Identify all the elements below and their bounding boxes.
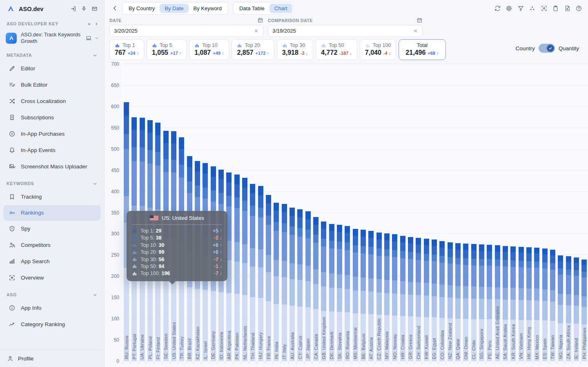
- filter-icon[interactable]: [517, 5, 524, 12]
- stat-card-top-5[interactable]: Top 5 1,055 +17 ↑: [147, 39, 187, 60]
- sidebar-item-screenshot-mass-uploader[interactable]: Screenshot Mass Uploader: [0, 159, 104, 175]
- sidebar-item-subscriptions[interactable]: Subscriptions: [0, 110, 104, 126]
- sidebar-item-spy[interactable]: Spy: [0, 221, 104, 237]
- calendar-icon[interactable]: [257, 17, 263, 23]
- section-header-metadata[interactable]: METADATA: [0, 47, 104, 60]
- bar-no-norway[interactable]: NO: Norway: [391, 64, 399, 361]
- bar-nz-new-zealand[interactable]: NZ: New Zealand: [446, 64, 454, 361]
- export-icon[interactable]: [564, 5, 571, 12]
- tab-data-table[interactable]: Data Table: [234, 4, 270, 13]
- stat-card-top-1[interactable]: Top 1 767 +24 ↑: [109, 39, 144, 60]
- stat-card-top-20[interactable]: Top 20 2,857 +172 ↑: [232, 39, 274, 60]
- bar-kr-south-korea[interactable]: KR: South Korea: [509, 64, 517, 361]
- stat-card-top-30[interactable]: Top 30 3,918 -3 ↓: [277, 39, 313, 60]
- help-icon[interactable]: [575, 5, 582, 12]
- quantity-toggle[interactable]: [539, 44, 555, 53]
- bar-gr-greece[interactable]: GR: Greece: [407, 64, 414, 361]
- stat-card-top-100[interactable]: Top 100 7,040 -4 ↓: [360, 39, 396, 60]
- bar-es-spain[interactable]: ES: Spain: [541, 64, 548, 361]
- bar-kw-kuwait[interactable]: KW: Kuwait: [422, 64, 430, 361]
- bar-ie-ireland[interactable]: IE: Ireland: [572, 64, 580, 361]
- sidebar-item-editor[interactable]: Editor: [0, 60, 104, 77]
- clear-date-icon[interactable]: [254, 28, 259, 34]
- bar-cz-czech-republic[interactable]: CZ: Czech Republic: [375, 64, 383, 361]
- bar-ae-united-arab-emirates[interactable]: AE: United Arab Emirates: [493, 64, 501, 361]
- bar-pk-pakistan[interactable]: PK: Pakistan: [233, 64, 241, 361]
- tab-by-date[interactable]: By Date: [160, 4, 188, 13]
- focus-icon[interactable]: [541, 5, 548, 12]
- bar-th-thailand[interactable]: TH: Thailand: [249, 64, 256, 361]
- bar-hu-hungary[interactable]: HU: Hungary: [257, 64, 265, 361]
- share-icon[interactable]: [529, 5, 536, 12]
- bar-ng-nigeria[interactable]: NG: Nigeria: [557, 64, 564, 361]
- tab-by-keyword[interactable]: By Keyword: [189, 4, 227, 13]
- sidebar-item-app-info[interactable]: App Info: [0, 300, 104, 316]
- bar-sa-saudi-arabia[interactable]: SA: Saudi Arabia: [501, 64, 509, 361]
- bar-ph-philippines[interactable]: PH: Philippines: [580, 64, 588, 361]
- calendar-icon[interactable]: [416, 17, 423, 23]
- settings-icon[interactable]: [506, 5, 512, 12]
- bar-pe-peru[interactable]: PE: Peru: [486, 64, 493, 361]
- sidebar-item-in-app-events[interactable]: In-App Events: [0, 142, 104, 159]
- bar-ca-canada[interactable]: CA: Canada: [312, 64, 320, 361]
- clear-comparison-date-icon[interactable]: [413, 28, 418, 34]
- bar-be-belgium[interactable]: BE: Belgium: [359, 64, 367, 361]
- bar-mx-mexico[interactable]: MX: Mexico: [533, 64, 541, 361]
- bar-sg-singapore[interactable]: SG: Singapore: [478, 64, 486, 361]
- sidebar-item-competitors[interactable]: Competitors: [0, 237, 104, 253]
- section-header-aso[interactable]: ASO: [0, 286, 104, 300]
- stat-card-top-10[interactable]: Top 10 1,087 +49 ↑: [189, 39, 229, 60]
- bar-gb-united-kingdom[interactable]: GB: United Kingdom: [320, 64, 327, 361]
- bar-sk-slovakia[interactable]: SK: Slovakia: [336, 64, 343, 361]
- sidebar-item-app-search[interactable]: App Search: [0, 253, 104, 270]
- bar-in-india[interactable]: IN: India: [272, 64, 280, 361]
- bar-za-south-africa[interactable]: ZA: South Africa: [564, 64, 572, 361]
- bar-au-australia[interactable]: AU: Australia: [288, 64, 296, 361]
- bar-tw-taiwan[interactable]: TW: Taiwan: [549, 64, 557, 361]
- tab-by-country[interactable]: By Country: [124, 4, 160, 13]
- tab-chart[interactable]: Chart: [270, 4, 292, 13]
- bar-qa-qatar[interactable]: QA: Qatar: [454, 64, 462, 361]
- mail-icon[interactable]: [91, 6, 98, 12]
- pin-icon[interactable]: [81, 6, 87, 12]
- bar-at-austria[interactable]: AT: Austria: [367, 64, 375, 361]
- collapse-all-icon[interactable]: »: [88, 21, 91, 26]
- sidebar-item-profile[interactable]: Profile: [0, 349, 104, 367]
- bar-my-malaysia[interactable]: MY: Malaysia: [383, 64, 391, 361]
- bar-jp-japan[interactable]: JP: Japan: [304, 64, 312, 361]
- bar-it-italy[interactable]: IT: Italy: [281, 64, 288, 361]
- bar-cl-chile[interactable]: CL: Chile: [470, 64, 477, 361]
- date-input[interactable]: 3/20/2025: [109, 25, 263, 37]
- bar-om-oman[interactable]: OM: Oman: [462, 64, 470, 361]
- stat-card-top-50[interactable]: Top 50 4,772 -187 ↓: [316, 39, 357, 60]
- bar-fr-france[interactable]: FR: France: [265, 64, 272, 361]
- stat-card-total[interactable]: Total 21,496 +68 ↑: [399, 39, 445, 60]
- back-button[interactable]: [111, 4, 118, 12]
- sidebar-item-overview[interactable]: Overview: [0, 270, 104, 286]
- logout-icon[interactable]: [70, 6, 76, 12]
- comparison-date-input[interactable]: 3/19/2025: [268, 25, 423, 37]
- bar-cy-cyprus[interactable]: CY: Cyprus: [296, 64, 304, 361]
- bar-nl-netherlands[interactable]: NL: Netherlands: [241, 64, 249, 361]
- sidebar-item-cross-localization[interactable]: Cross Localization: [0, 93, 104, 110]
- sidebar-item-category-ranking[interactable]: Category Ranking: [0, 316, 104, 333]
- clipboard-icon[interactable]: [552, 5, 559, 12]
- bar-ch-switzerland[interactable]: CH: Switzerland: [414, 64, 422, 361]
- bar-dk-denmark[interactable]: DK: Denmark: [328, 64, 336, 361]
- bar-co-colombia[interactable]: CO: Colombia: [438, 64, 446, 361]
- section-header-keywords[interactable]: KEYWORDS: [0, 175, 104, 189]
- bar-eg-egypt[interactable]: EG: Egypt: [430, 64, 438, 361]
- bar-hr-croatia[interactable]: HR: Croatia: [399, 64, 406, 361]
- bar-ms-montserrat[interactable]: MS: Montserrat: [352, 64, 359, 361]
- sidebar-item-tracking[interactable]: Tracking: [0, 189, 104, 205]
- sidebar-item-rankings[interactable]: Rankings: [3, 205, 101, 221]
- app-selector[interactable]: ASO.dev: Track Keywords Growth: [6, 31, 99, 45]
- bar-vn-vietnam[interactable]: VN: Vietnam: [517, 64, 525, 361]
- bar-hk-hong-kong[interactable]: HK: Hong Kong: [525, 64, 533, 361]
- expand-key-icon[interactable]: ›: [96, 20, 98, 27]
- sidebar-item-in-app-purchases[interactable]: In-App Purchases: [0, 126, 104, 142]
- bar-ro-romania[interactable]: RO: Romania: [343, 64, 351, 361]
- refresh-icon[interactable]: [494, 5, 501, 12]
- chevron-down-icon[interactable]: [94, 36, 99, 40]
- sidebar-item-bulk-editor[interactable]: Bulk Editor: [0, 77, 104, 93]
